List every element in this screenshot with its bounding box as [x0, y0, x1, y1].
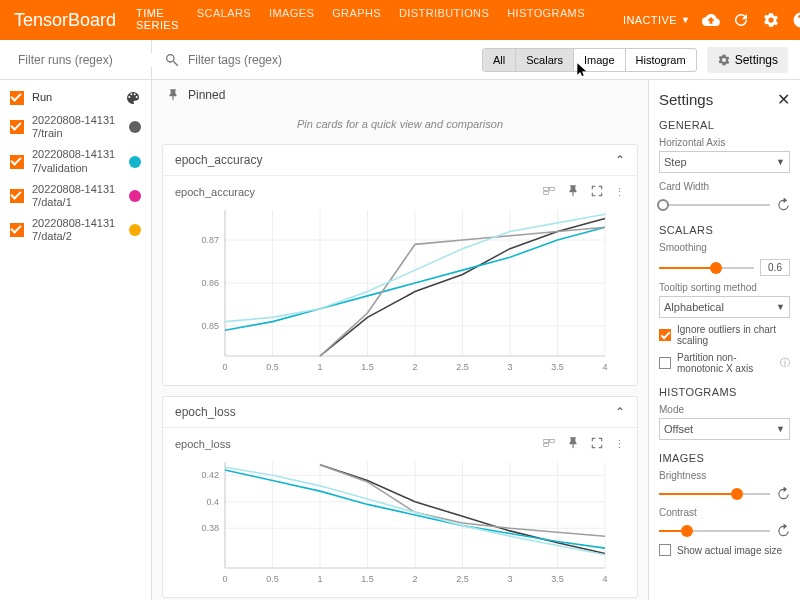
- gear-icon[interactable]: [762, 11, 780, 29]
- gear-icon: [717, 53, 731, 67]
- svg-text:1: 1: [317, 574, 322, 584]
- chart-epoch-accuracy[interactable]: 00.511.522.533.540.850.860.87: [175, 204, 625, 374]
- cursor-icon: [575, 62, 589, 76]
- main-tabs: TIME SERIES SCALARS IMAGES GRAPHS DISTRI…: [134, 0, 587, 45]
- svg-text:1: 1: [317, 362, 322, 372]
- svg-text:0: 0: [222, 362, 227, 372]
- cards-area: Pinned Pin cards for a quick view and co…: [152, 80, 648, 600]
- svg-rect-30: [550, 440, 555, 443]
- svg-text:0: 0: [222, 574, 227, 584]
- fit-icon[interactable]: [542, 436, 556, 452]
- svg-text:2: 2: [412, 574, 417, 584]
- tab-distributions[interactable]: DISTRIBUTIONS: [397, 0, 491, 45]
- brightness-slider[interactable]: [659, 493, 770, 495]
- tag-filter-input[interactable]: [188, 53, 472, 67]
- run-checkbox[interactable]: [10, 189, 24, 203]
- svg-text:0.5: 0.5: [266, 574, 279, 584]
- run-filter-input[interactable]: [18, 53, 168, 67]
- smoothing-value[interactable]: 0.6: [760, 259, 790, 276]
- help-icon[interactable]: ⓘ: [780, 356, 790, 370]
- settings-button[interactable]: Settings: [707, 47, 788, 73]
- svg-text:3.5: 3.5: [551, 574, 564, 584]
- run-search: [0, 40, 151, 80]
- pin-card-icon[interactable]: [566, 436, 580, 452]
- pin-icon: [166, 88, 180, 102]
- section-header[interactable]: epoch_loss ⌃: [163, 397, 637, 427]
- run-row[interactable]: 20220808-141317/data/2: [0, 213, 151, 247]
- ignore-outliers-checkbox[interactable]: Ignore outliers in chart scaling: [659, 324, 790, 346]
- run-color-dot: [129, 156, 141, 168]
- fullscreen-icon[interactable]: [590, 184, 604, 200]
- svg-text:4: 4: [602, 574, 607, 584]
- tab-graphs[interactable]: GRAPHS: [330, 0, 383, 45]
- svg-text:4: 4: [602, 362, 607, 372]
- upload-icon[interactable]: [702, 11, 720, 29]
- toolbar: All Scalars Image Histogram Settings: [152, 40, 800, 80]
- svg-text:2: 2: [412, 362, 417, 372]
- horizontal-axis-select[interactable]: Step▼: [659, 151, 790, 173]
- tooltip-sort-select[interactable]: Alphabetical▼: [659, 296, 790, 318]
- card-title: epoch_loss: [175, 438, 231, 450]
- help-icon[interactable]: [792, 11, 800, 29]
- svg-text:0.87: 0.87: [201, 235, 219, 245]
- card-title: epoch_accuracy: [175, 186, 255, 198]
- run-row[interactable]: 20220808-141317/train: [0, 110, 151, 144]
- chart-epoch-loss[interactable]: 00.511.522.533.540.380.40.42: [175, 456, 625, 586]
- tag-search: [164, 52, 472, 68]
- svg-text:0.85: 0.85: [201, 321, 219, 331]
- card-epoch-loss: epoch_loss ⋮ 00.511.522.533.540.380.40.4…: [163, 427, 637, 597]
- pinned-hint: Pin cards for a quick view and compariso…: [162, 110, 638, 144]
- filter-scalars[interactable]: Scalars: [516, 49, 574, 71]
- partition-x-checkbox[interactable]: Partition non-monotonic X axisⓘ: [659, 352, 790, 374]
- svg-text:1.5: 1.5: [361, 362, 374, 372]
- palette-icon[interactable]: [125, 90, 141, 106]
- svg-text:0.5: 0.5: [266, 362, 279, 372]
- svg-rect-1: [550, 188, 555, 191]
- svg-text:0.86: 0.86: [201, 278, 219, 288]
- chevron-up-icon: ⌃: [615, 153, 625, 167]
- run-checkbox[interactable]: [10, 223, 24, 237]
- reset-icon[interactable]: [776, 524, 790, 538]
- card-width-slider[interactable]: [659, 204, 770, 206]
- run-checkbox[interactable]: [10, 120, 24, 134]
- close-icon[interactable]: ✕: [777, 90, 790, 109]
- run-list: Run 20220808-141317/train 20220808-14131…: [0, 80, 151, 254]
- run-checkbox-all[interactable]: [10, 91, 24, 105]
- section-epoch-accuracy: epoch_accuracy ⌃ epoch_accuracy ⋮: [162, 144, 638, 386]
- tab-images[interactable]: IMAGES: [267, 0, 316, 45]
- run-checkbox[interactable]: [10, 155, 24, 169]
- svg-rect-29: [544, 440, 549, 443]
- logo: TensorBoard: [14, 10, 116, 31]
- run-color-dot: [129, 121, 141, 133]
- fit-icon[interactable]: [542, 184, 556, 200]
- svg-text:3: 3: [507, 362, 512, 372]
- run-row[interactable]: 20220808-141317/validation: [0, 144, 151, 178]
- pin-card-icon[interactable]: [566, 184, 580, 200]
- run-row[interactable]: 20220808-141317/data/1: [0, 179, 151, 213]
- more-icon[interactable]: ⋮: [614, 186, 625, 199]
- filter-all[interactable]: All: [483, 49, 516, 71]
- fullscreen-icon[interactable]: [590, 436, 604, 452]
- tab-scalars[interactable]: SCALARS: [195, 0, 253, 45]
- section-header[interactable]: epoch_accuracy ⌃: [163, 145, 637, 175]
- more-icon[interactable]: ⋮: [614, 438, 625, 451]
- show-actual-size-checkbox[interactable]: Show actual image size: [659, 544, 790, 556]
- filter-histogram[interactable]: Histogram: [626, 49, 696, 71]
- reset-icon[interactable]: [776, 487, 790, 501]
- run-color-dot: [129, 224, 141, 236]
- svg-rect-31: [544, 444, 549, 447]
- tab-histograms[interactable]: HISTOGRAMS: [505, 0, 587, 45]
- reset-icon[interactable]: [776, 198, 790, 212]
- refresh-icon[interactable]: [732, 11, 750, 29]
- pinned-header: Pinned: [162, 80, 638, 110]
- header-right: INACTIVE▼: [623, 11, 800, 29]
- status-dropdown[interactable]: INACTIVE▼: [623, 14, 690, 26]
- settings-panel: Settings ✕ GENERAL Horizontal Axis Step▼…: [648, 80, 800, 600]
- svg-text:2.5: 2.5: [456, 362, 469, 372]
- card-epoch-accuracy: epoch_accuracy ⋮ 00.511.522.533.540.850.…: [163, 175, 637, 385]
- contrast-slider[interactable]: [659, 530, 770, 532]
- svg-rect-0: [544, 188, 549, 191]
- smoothing-slider[interactable]: [659, 267, 754, 269]
- svg-text:0.4: 0.4: [206, 497, 219, 507]
- histogram-mode-select[interactable]: Offset▼: [659, 418, 790, 440]
